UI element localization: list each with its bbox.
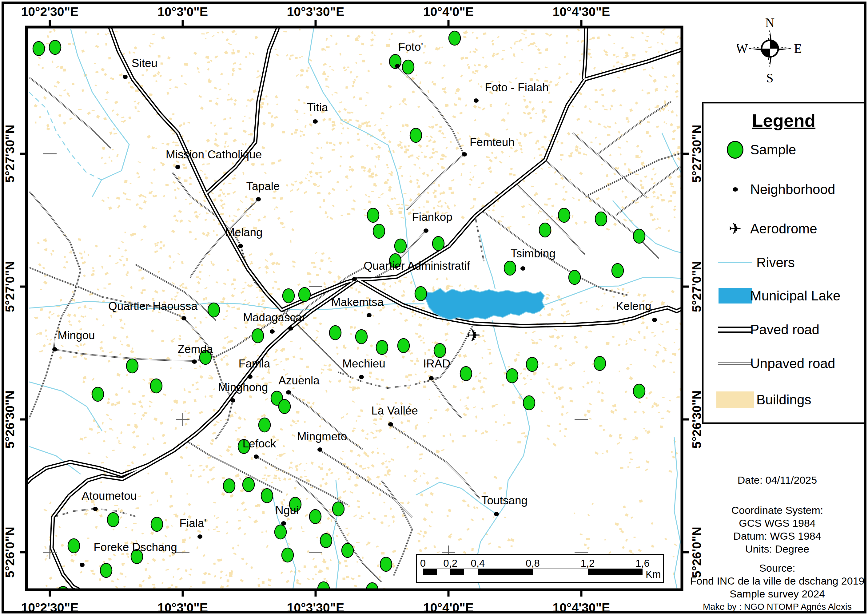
sample-point[interactable] bbox=[33, 42, 45, 56]
neighborhood-dot[interactable] bbox=[367, 313, 372, 317]
neighborhood-dot[interactable] bbox=[313, 119, 318, 123]
sample-point[interactable] bbox=[261, 489, 273, 503]
sample-point[interactable] bbox=[633, 229, 645, 243]
buildings-swatch-icon bbox=[712, 392, 758, 408]
source-line-2: Sample survey 2024 bbox=[687, 587, 868, 600]
neighborhood-dot[interactable] bbox=[317, 447, 322, 452]
sample-point[interactable] bbox=[373, 224, 385, 238]
scale-label: 1,6 bbox=[635, 557, 649, 569]
sample-point[interactable] bbox=[434, 343, 446, 357]
sample-point[interactable] bbox=[569, 270, 581, 284]
neighborhood-dot[interactable] bbox=[93, 507, 98, 511]
neighborhood-dot[interactable] bbox=[652, 318, 657, 322]
neighborhood-dot[interactable] bbox=[248, 375, 253, 379]
sample-point[interactable] bbox=[376, 340, 388, 354]
place-label: Melang bbox=[225, 226, 262, 239]
sample-point[interactable] bbox=[342, 543, 353, 557]
sample-point[interactable] bbox=[320, 534, 332, 548]
neighborhood-dot[interactable] bbox=[494, 512, 499, 516]
sample-point[interactable] bbox=[558, 208, 570, 222]
datum-line: Datum: WGS 1984 bbox=[687, 529, 868, 542]
sample-point[interactable] bbox=[126, 359, 138, 373]
neighborhood-dot[interactable] bbox=[256, 197, 261, 201]
sample-point[interactable] bbox=[329, 326, 341, 340]
neighborhood-dot[interactable] bbox=[254, 454, 259, 459]
sample-point[interactable] bbox=[309, 509, 321, 524]
scale-unit-label: Km bbox=[646, 568, 661, 580]
sample-point[interactable] bbox=[526, 357, 538, 371]
neighborhood-dot[interactable] bbox=[197, 534, 202, 539]
neighborhood-dot[interactable] bbox=[286, 390, 291, 395]
sample-point[interactable] bbox=[333, 502, 344, 516]
sample-point[interactable] bbox=[150, 379, 162, 393]
map-content: ✈SiteuFoto'Foto - FialahTitiaFemteuhMiss… bbox=[27, 12, 694, 604]
sample-point[interactable] bbox=[523, 396, 535, 410]
sample-point[interactable] bbox=[633, 384, 645, 398]
place-label: Zemda bbox=[178, 343, 213, 356]
neighborhood-dot[interactable] bbox=[230, 398, 235, 403]
sample-point[interactable] bbox=[380, 557, 392, 571]
neighborhood-dot[interactable] bbox=[238, 244, 243, 248]
sample-point[interactable] bbox=[356, 329, 367, 344]
neighborhood-dot[interactable] bbox=[52, 347, 57, 351]
source-line-1: Fond INC de la ville de dschang 2019 bbox=[687, 574, 868, 587]
place-label: Azuenla bbox=[278, 374, 320, 387]
lon-label-bottom: 10°4'0"E bbox=[423, 601, 474, 615]
sample-point[interactable] bbox=[449, 31, 461, 45]
sample-point[interactable] bbox=[367, 208, 379, 222]
neighborhood-dot[interactable] bbox=[388, 422, 393, 426]
sample-point[interactable] bbox=[299, 287, 310, 302]
sample-point[interactable] bbox=[208, 303, 220, 317]
sample-point[interactable] bbox=[460, 367, 472, 381]
sample-point[interactable] bbox=[49, 40, 61, 55]
neighborhood-dot[interactable] bbox=[281, 521, 286, 526]
sample-point[interactable] bbox=[283, 289, 294, 303]
sample-point[interactable] bbox=[107, 513, 119, 527]
sample-point[interactable] bbox=[223, 479, 235, 493]
sample-point[interactable] bbox=[395, 239, 406, 253]
sample-point[interactable] bbox=[282, 548, 293, 562]
neighborhood-dot[interactable] bbox=[462, 152, 467, 156]
neighborhood-dot[interactable] bbox=[359, 375, 364, 379]
sample-point[interactable] bbox=[402, 60, 414, 74]
neighborhood-dot[interactable] bbox=[395, 64, 400, 68]
lon-label-top: 10°4'0"E bbox=[423, 5, 474, 19]
sample-point[interactable] bbox=[504, 261, 516, 275]
neighborhood-dot[interactable] bbox=[352, 277, 357, 281]
unpaved-road bbox=[390, 425, 480, 499]
neighborhood-dot[interactable] bbox=[181, 316, 186, 320]
neighborhood-dot[interactable] bbox=[175, 165, 180, 169]
sample-point[interactable] bbox=[432, 236, 444, 251]
neighborhood-dot[interactable] bbox=[80, 563, 84, 567]
sample-point[interactable] bbox=[595, 212, 607, 226]
sample-point[interactable] bbox=[279, 400, 290, 414]
neighborhood-dot[interactable] bbox=[423, 228, 428, 233]
neighborhood-dot[interactable] bbox=[520, 266, 525, 271]
place-label: Mingmeto bbox=[297, 430, 347, 443]
sample-point[interactable] bbox=[92, 387, 104, 401]
legend-label-rivers: Rivers bbox=[756, 255, 795, 270]
sample-point[interactable] bbox=[275, 525, 286, 539]
sample-point[interactable] bbox=[612, 264, 623, 278]
neighborhood-dot[interactable] bbox=[474, 98, 479, 103]
lon-label-top: 10°2'30"E bbox=[21, 5, 79, 19]
sample-point[interactable] bbox=[151, 517, 163, 531]
sample-point[interactable] bbox=[539, 223, 551, 237]
sample-point[interactable] bbox=[398, 339, 409, 353]
lon-label-bottom: 10°3'30"E bbox=[287, 601, 345, 615]
sample-point[interactable] bbox=[410, 128, 422, 142]
units-line: Units: Degree bbox=[687, 542, 868, 555]
sample-point[interactable] bbox=[259, 418, 270, 432]
sample-point[interactable] bbox=[594, 356, 606, 370]
sample-point[interactable] bbox=[506, 369, 518, 383]
sample-point[interactable] bbox=[415, 287, 427, 301]
neighborhood-dot[interactable] bbox=[429, 376, 434, 380]
sample-point[interactable] bbox=[252, 329, 264, 343]
neighborhood-dot[interactable] bbox=[270, 329, 275, 334]
sample-point[interactable] bbox=[243, 478, 254, 492]
sample-point[interactable] bbox=[68, 539, 80, 553]
place-label: Toutsang bbox=[481, 494, 528, 507]
neighborhood-dot[interactable] bbox=[123, 75, 128, 79]
sample-point[interactable] bbox=[100, 563, 112, 578]
neighborhood-dot[interactable] bbox=[192, 359, 197, 364]
